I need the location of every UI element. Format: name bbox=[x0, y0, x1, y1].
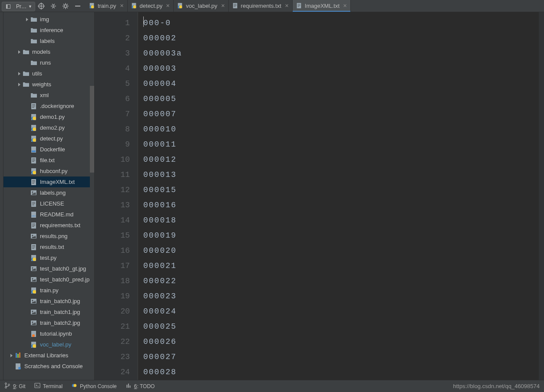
status-todo[interactable]: 6: TODO bbox=[125, 382, 155, 390]
tree-node-label: models bbox=[32, 49, 50, 55]
tree-node[interactable]: runs bbox=[3, 57, 94, 68]
tree-node[interactable]: hubconf.py bbox=[3, 166, 94, 176]
status-todo-label: 6: TODO bbox=[134, 383, 155, 389]
line-number: 5 bbox=[95, 76, 130, 91]
tree-node[interactable]: External Libraries bbox=[3, 350, 94, 361]
code-line[interactable]: 000003 bbox=[143, 61, 539, 76]
code-line[interactable]: 000023 bbox=[143, 289, 539, 304]
code-line[interactable]: 000012 bbox=[143, 152, 539, 167]
code-line[interactable]: 000015 bbox=[143, 183, 539, 198]
left-tool-strip[interactable] bbox=[0, 12, 3, 380]
tree-node[interactable]: demo1.py bbox=[3, 111, 94, 122]
tree-node[interactable]: results.txt bbox=[3, 242, 94, 252]
tree-node[interactable]: results.png bbox=[3, 231, 94, 242]
code-line[interactable]: 000027 bbox=[143, 350, 539, 365]
tree-node[interactable]: file.txt bbox=[3, 155, 94, 166]
tree-node[interactable]: xml bbox=[3, 90, 94, 101]
tab-train-py[interactable]: train.py ✕ bbox=[86, 0, 128, 12]
tree-node[interactable]: voc_label.py bbox=[3, 339, 94, 350]
code-line[interactable]: 000005 bbox=[143, 91, 539, 107]
tree-node[interactable]: train_batch2.jpg bbox=[3, 317, 94, 328]
tree-node[interactable]: demo2.py bbox=[3, 122, 94, 133]
project-view-selector[interactable]: Pr… ▼ bbox=[2, 2, 35, 11]
code-line[interactable]: 000025 bbox=[143, 319, 539, 334]
tree-node[interactable]: test.py bbox=[3, 252, 94, 263]
tree-node[interactable]: README.md bbox=[3, 209, 94, 220]
code-line[interactable]: 000020 bbox=[143, 243, 539, 258]
txt-icon bbox=[30, 222, 37, 229]
hide-panel-button[interactable] bbox=[72, 0, 84, 12]
tree-scrollbar[interactable] bbox=[90, 12, 94, 380]
editor-code[interactable]: 000-0000002000003a0000030000040000050000… bbox=[138, 12, 539, 380]
folder-icon bbox=[30, 38, 37, 45]
code-line[interactable]: 000019 bbox=[143, 228, 539, 243]
tree-node[interactable]: inference bbox=[3, 25, 94, 36]
tab-requirements-txt[interactable]: requirements.txt ✕ bbox=[229, 0, 293, 12]
tree-node[interactable]: train.py bbox=[3, 285, 94, 296]
collapse-all-button[interactable] bbox=[47, 0, 59, 12]
expand-arrow-icon[interactable] bbox=[16, 82, 23, 87]
tree-node[interactable]: models bbox=[3, 46, 94, 57]
code-line[interactable]: 000010 bbox=[143, 122, 539, 137]
editor[interactable]: 123456789101112131415161718192021222324 … bbox=[95, 12, 544, 380]
code-line[interactable]: 000016 bbox=[143, 198, 539, 213]
code-line[interactable]: 000021 bbox=[143, 258, 539, 274]
tree-node[interactable]: LICENSE bbox=[3, 198, 94, 209]
tree-node[interactable]: utils bbox=[3, 68, 94, 79]
status-python-console[interactable]: Python Console bbox=[71, 382, 117, 390]
line-number: 3 bbox=[95, 46, 130, 61]
tree-scrollbar-thumb[interactable] bbox=[90, 86, 94, 173]
expand-arrow-icon[interactable] bbox=[23, 17, 30, 22]
line-number: 8 bbox=[95, 122, 130, 137]
expand-arrow-icon[interactable] bbox=[8, 353, 15, 358]
tree-node[interactable]: detect.py bbox=[3, 133, 94, 144]
code-line[interactable]: 000002 bbox=[143, 31, 539, 46]
editor-right-scroll[interactable] bbox=[539, 12, 544, 380]
close-icon[interactable]: ✕ bbox=[343, 3, 347, 9]
tree-node[interactable]: test_batch0_gt.jpg bbox=[3, 263, 94, 274]
scratch-icon bbox=[15, 363, 22, 370]
code-line[interactable]: 000007 bbox=[143, 107, 539, 122]
code-line[interactable]: 000028 bbox=[143, 365, 539, 380]
tab-voc_label-py[interactable]: voc_label.py ✕ bbox=[174, 0, 228, 12]
tree-node-label: demo1.py bbox=[40, 114, 65, 120]
expand-arrow-icon[interactable] bbox=[16, 50, 23, 54]
tree-node[interactable]: Dockerfile bbox=[3, 144, 94, 155]
status-git[interactable]: 9: Git bbox=[4, 382, 26, 390]
tree-node[interactable]: test_batch0_pred.jp bbox=[3, 274, 94, 285]
tab-ImageXML-txt[interactable]: ImageXML.txt ✕ bbox=[293, 0, 351, 12]
py-icon bbox=[30, 135, 37, 142]
code-line[interactable]: 000018 bbox=[143, 213, 539, 228]
tree-node[interactable]: img bbox=[3, 14, 94, 25]
close-icon[interactable]: ✕ bbox=[285, 3, 289, 9]
code-line[interactable]: 000013 bbox=[143, 167, 539, 183]
close-icon[interactable]: ✕ bbox=[120, 3, 124, 9]
tree-node[interactable]: train_batch0.jpg bbox=[3, 296, 94, 307]
close-icon[interactable]: ✕ bbox=[221, 3, 225, 9]
tree-node[interactable]: labels bbox=[3, 36, 94, 46]
status-terminal[interactable]: Terminal bbox=[34, 382, 63, 390]
settings-button[interactable] bbox=[59, 0, 72, 12]
tree-node[interactable]: .dockerignore bbox=[3, 101, 94, 111]
tab-detect-py[interactable]: detect.py ✕ bbox=[128, 0, 174, 12]
locate-file-button[interactable] bbox=[35, 0, 47, 12]
code-line[interactable]: 000024 bbox=[143, 304, 539, 319]
code-line[interactable]: 000026 bbox=[143, 334, 539, 350]
tab-label: train.py bbox=[98, 3, 116, 9]
tree-node[interactable]: weights bbox=[3, 79, 94, 90]
tree-node[interactable]: requirements.txt bbox=[3, 220, 94, 231]
close-icon[interactable]: ✕ bbox=[166, 3, 170, 9]
tree-node[interactable]: train_batch1.jpg bbox=[3, 307, 94, 317]
code-line[interactable]: 000-0 bbox=[143, 16, 539, 31]
code-line[interactable]: 000003a bbox=[143, 46, 539, 61]
project-tree[interactable]: imginferencelabelsmodelsrunsutilsweights… bbox=[3, 12, 94, 380]
code-line[interactable]: 000022 bbox=[143, 274, 539, 289]
tree-node[interactable]: Scratches and Console bbox=[3, 361, 94, 372]
code-line[interactable]: 000004 bbox=[143, 76, 539, 91]
code-line[interactable]: 000011 bbox=[143, 137, 539, 152]
tree-node[interactable]: labels.png bbox=[3, 187, 94, 198]
tree-node[interactable]: tutorial.ipynb bbox=[3, 328, 94, 339]
tree-node[interactable]: ImageXML.txt bbox=[3, 176, 94, 187]
expand-arrow-icon[interactable] bbox=[16, 72, 23, 76]
line-number: 21 bbox=[95, 319, 130, 334]
